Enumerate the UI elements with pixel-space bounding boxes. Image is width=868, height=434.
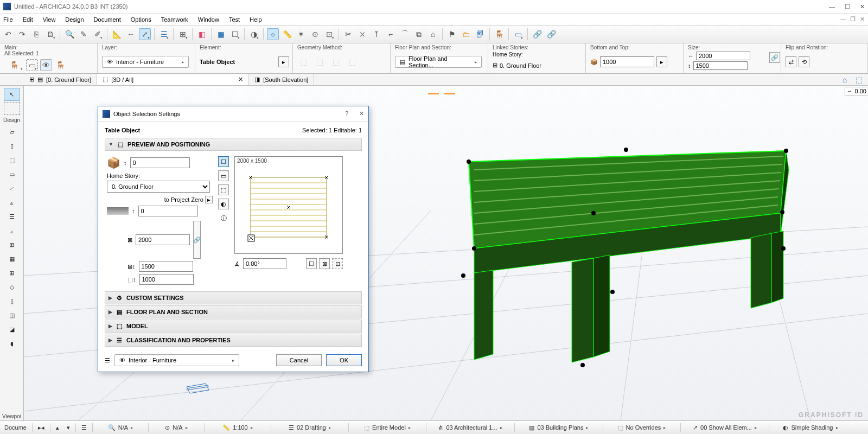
morph-tool-icon[interactable]: ◇ <box>4 280 20 293</box>
cut-icon[interactable]: ✂ <box>342 28 354 40</box>
railing-tool-icon[interactable]: ⟓ <box>4 224 20 237</box>
layer-vis-icon[interactable]: ▦ <box>215 28 227 40</box>
guide-dd-icon[interactable]: ⊡ <box>323 28 335 40</box>
fillet-icon[interactable]: ⌐ <box>385 28 397 40</box>
menu-file[interactable]: File <box>3 16 13 23</box>
menu-help[interactable]: Help <box>250 16 262 23</box>
menu-view[interactable]: View <box>43 16 56 23</box>
preview-top-icon[interactable]: ☐ <box>218 156 229 167</box>
ok-button[interactable]: OK <box>326 354 362 366</box>
layer-picker[interactable]: 👁 Interior - Furniture ▸ <box>102 56 189 68</box>
snap-icon[interactable]: ⟐ <box>267 28 279 40</box>
floorplan-picker[interactable]: ▤ Floor Plan and Section... ▸ <box>395 56 482 68</box>
preview-info-icon[interactable]: ⓘ <box>218 213 229 224</box>
scale-picker[interactable]: 📏 1:100 ▸ <box>208 424 267 431</box>
menu-teamwork[interactable]: Teamwork <box>161 16 188 23</box>
selection-rect-icon[interactable]: ▭ <box>26 59 38 71</box>
offset-icon[interactable]: ⧉ <box>413 28 425 40</box>
bt-more-icon[interactable]: ▸ <box>656 56 667 67</box>
maximize-icon[interactable]: ☐ <box>845 3 850 10</box>
zone-tool-icon[interactable]: ⊞ <box>4 266 20 279</box>
ruler-icon[interactable]: 📏 <box>281 28 293 40</box>
curtain-tool-icon[interactable]: ▦ <box>4 252 20 265</box>
mdi-close-icon[interactable]: ✕ <box>860 16 865 23</box>
angle-input[interactable] <box>243 258 286 269</box>
grid-tool-icon[interactable]: ⊞ <box>4 238 20 251</box>
mirror-v-icon[interactable]: ⊡ <box>332 258 343 269</box>
section-classification[interactable]: ▶ ☰ CLASSIFICATION AND PROPERTIES <box>105 334 362 347</box>
size-w-input[interactable] <box>696 52 750 60</box>
shell-tool-icon[interactable]: ◖ <box>4 337 20 350</box>
view-cube-icon[interactable]: ⬚ <box>853 74 865 86</box>
flag-icon[interactable]: ⚑ <box>446 28 458 40</box>
new-page-icon[interactable]: ⎘ <box>30 28 42 40</box>
show-picker[interactable]: ↗ 00 Show All Elem... ▸ <box>684 424 765 431</box>
pz-more-icon[interactable]: ▸ <box>205 196 213 203</box>
cancel-button[interactable]: Cancel <box>276 354 322 366</box>
shading-picker[interactable]: ◐ Simple Shading ▸ <box>773 424 848 431</box>
arch-picker[interactable]: ⋔ 03 Architectural 1... ▸ <box>430 424 511 431</box>
dim-x-input[interactable] <box>136 234 190 245</box>
layers-stack-icon[interactable]: ☰ <box>79 424 89 431</box>
adjust-icon[interactable]: ⤒ <box>371 28 382 40</box>
roof-tool-icon[interactable]: ⟋ <box>4 182 20 195</box>
arrow-tool-icon[interactable]: ↖ <box>4 88 20 101</box>
box-dd-icon[interactable]: ☐ <box>229 28 241 40</box>
arc-icon[interactable]: ⌒ <box>399 28 411 40</box>
menu-window[interactable]: Window <box>198 16 219 23</box>
menu-design[interactable]: Design <box>65 16 84 23</box>
dialog-layer-picker[interactable]: 👁 Interior - Furniture ▸ <box>114 354 239 366</box>
undo-icon[interactable]: ↶ <box>2 28 14 40</box>
size-h-input[interactable] <box>693 61 748 70</box>
edit-dd-icon[interactable]: ✐ <box>92 28 104 40</box>
home-view-icon[interactable]: ⌂ <box>839 74 851 86</box>
grid-icon[interactable]: ⊞ <box>177 28 189 40</box>
bottom-top-input[interactable] <box>600 56 654 67</box>
minimize-icon[interactable]: — <box>829 3 835 10</box>
search-icon[interactable]: 🔍 <box>63 28 75 40</box>
model-picker[interactable]: ⬚ Entire Model ▸ <box>352 424 423 431</box>
slab-tool-icon[interactable]: ▭ <box>4 168 20 181</box>
status-down-icon[interactable]: ▾ <box>65 424 72 431</box>
dialog-close-icon[interactable]: ✕ <box>359 110 364 117</box>
mirror-h-icon[interactable]: ⊠ <box>319 258 330 269</box>
shape-icon[interactable]: ⌂ <box>427 28 439 40</box>
column-tool-icon[interactable]: ▯ <box>4 139 20 152</box>
dim-icon[interactable]: ↔ <box>125 28 137 40</box>
tab-south-elevation[interactable]: ◨ [South Elevation] <box>249 74 314 85</box>
close-icon[interactable]: ✕ <box>860 3 865 10</box>
tab-3d[interactable]: ⬚ [3D / All] ✕ <box>97 74 249 85</box>
preview-front-icon[interactable]: ▭ <box>218 170 229 181</box>
object-type-picker[interactable]: 🪑 <box>4 59 24 71</box>
section-custom-settings[interactable]: ▶ ⚙ CUSTOM SETTINGS <box>105 291 362 304</box>
flip-v-icon[interactable]: ⟲ <box>799 56 809 67</box>
preview-3d-icon[interactable]: ⬚ <box>218 184 229 195</box>
window-tool-icon[interactable]: ◫ <box>4 309 20 322</box>
preview-shaded-icon[interactable]: ◐ <box>218 199 229 209</box>
mdi-restore-icon[interactable]: ❐ <box>850 16 856 23</box>
wall-tool-icon[interactable]: ▱ <box>4 125 20 138</box>
menu-edit[interactable]: Edit <box>23 16 33 23</box>
settings-icon[interactable]: 🪑 <box>54 59 66 71</box>
menu-test[interactable]: Test <box>229 16 240 23</box>
menu-document[interactable]: Document <box>94 16 121 23</box>
split-icon[interactable]: ⤫ <box>356 28 368 40</box>
tab-close-icon[interactable]: ✕ <box>238 76 243 83</box>
tab-ground-floor[interactable]: ⊞ ▤ [0. Ground Floor] <box>24 74 97 85</box>
size-lock-icon[interactable]: 🔗 <box>769 52 780 63</box>
beam-tool-icon[interactable]: ⬚ <box>4 154 20 167</box>
stack-icon[interactable]: 🗐 <box>474 28 486 40</box>
tree-expand-icon[interactable]: ▸◂ <box>36 424 47 431</box>
snap-point-icon[interactable]: ✶ <box>295 28 307 40</box>
section-preview-positioning[interactable]: ▼ ⬚ PREVIEW AND POSITIONING <box>105 138 362 151</box>
zoom-na2[interactable]: ⊙ N/A ▸ <box>152 424 201 431</box>
chair-icon[interactable]: 🪑 <box>493 28 505 40</box>
link2-icon[interactable]: 🔗 <box>545 28 557 40</box>
section-model[interactable]: ▶ ⬚ MODEL <box>105 320 362 333</box>
snap-guide-icon[interactable]: ⊙ <box>309 28 321 40</box>
dim-z-input[interactable] <box>139 274 194 285</box>
building-picker[interactable]: ▤ 03 Building Plans ▸ <box>518 424 599 431</box>
section-floor-plan[interactable]: ▶ ▤ FLOOR PLAN AND SECTION <box>105 305 362 318</box>
element-more-icon[interactable]: ▸ <box>278 56 289 67</box>
dialog-title-bar[interactable]: Object Selection Settings ? ✕ <box>98 106 368 122</box>
